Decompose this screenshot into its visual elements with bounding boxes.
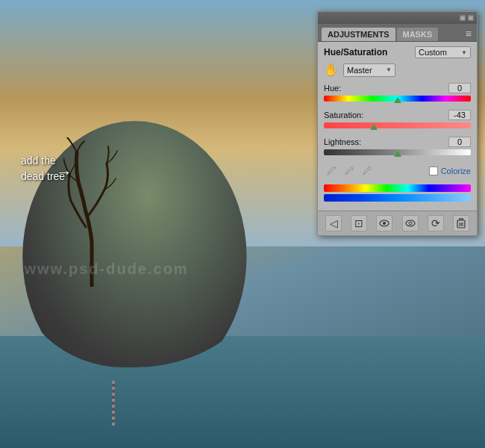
colorize-row: Colorize xyxy=(429,167,471,175)
collapse-button[interactable]: « xyxy=(460,15,466,21)
sat-value[interactable]: -43 xyxy=(448,110,471,120)
light-track[interactable] xyxy=(324,149,471,158)
new-layer-button[interactable]: ⊡ xyxy=(351,215,367,231)
rainbow-bar-top xyxy=(324,184,471,192)
svg-point-6 xyxy=(409,222,412,225)
eyedropper-add-icon[interactable]: + xyxy=(342,164,357,178)
light-value[interactable]: 0 xyxy=(448,137,471,147)
light-thumb[interactable] xyxy=(394,151,401,157)
hue-label-row: Hue: 0 xyxy=(324,83,471,93)
svg-point-4 xyxy=(383,222,386,225)
channel-dropdown-arrow: ▼ xyxy=(386,66,392,73)
channel-label: Master xyxy=(347,66,372,75)
sat-track[interactable] xyxy=(324,122,471,131)
channel-row: ✋ Master ▼ xyxy=(324,63,471,77)
svg-point-5 xyxy=(406,220,415,226)
svg-line-0 xyxy=(335,167,336,168)
bottom-toolbar: ◁ ⊡ ⟳ xyxy=(318,211,477,235)
adjustments-panel: « × ADJUSTMENTS MASKS ≡ Hue/Saturation C… xyxy=(317,11,478,236)
channel-dropdown[interactable]: Master ▼ xyxy=(343,63,395,77)
sat-track-fill xyxy=(324,122,471,128)
tab-masks[interactable]: MASKS xyxy=(397,28,439,41)
hs-header: Hue/Saturation Custom ▼ xyxy=(324,46,471,58)
chain xyxy=(112,381,115,426)
svg-text:−: − xyxy=(369,167,372,172)
panel-tabs: ADJUSTMENTS MASKS ≡ xyxy=(318,24,477,42)
preset-dropdown-arrow: ▼ xyxy=(461,49,467,56)
preset-dropdown[interactable]: Custom ▼ xyxy=(415,46,471,58)
preset-label: Custom xyxy=(419,48,447,57)
rainbow-bar-bottom xyxy=(324,194,471,202)
light-label: Lightness: xyxy=(324,137,361,146)
hue-track[interactable] xyxy=(324,95,471,104)
panel-titlebar: « × xyxy=(318,12,477,24)
hue-label: Hue: xyxy=(324,84,341,93)
sat-label: Saturation: xyxy=(324,111,363,119)
reset-button[interactable]: ⟳ xyxy=(428,215,444,231)
tab-adjustments[interactable]: ADJUSTMENTS xyxy=(322,28,395,41)
color-bars xyxy=(324,184,471,202)
back-button[interactable]: ◁ xyxy=(325,215,342,231)
close-button[interactable]: × xyxy=(468,15,474,21)
visibility-button[interactable] xyxy=(402,215,419,231)
delete-button[interactable] xyxy=(453,215,469,231)
hue-thumb[interactable] xyxy=(394,97,401,103)
panel-body: Hue/Saturation Custom ▼ ✋ Master ▼ Hue: … xyxy=(318,42,477,211)
eyedropper-sub-icon[interactable]: − xyxy=(360,164,375,178)
sat-thumb[interactable] xyxy=(370,124,378,130)
colorize-checkbox[interactable] xyxy=(429,167,438,175)
hs-title: Hue/Saturation xyxy=(324,47,387,57)
hand-icon[interactable]: ✋ xyxy=(324,63,339,77)
tools-row: + − Colorize xyxy=(324,164,471,178)
hue-slider-row: Hue: 0 xyxy=(324,83,471,104)
eyedropper-icon[interactable] xyxy=(324,164,339,178)
eye-button[interactable] xyxy=(376,215,392,231)
hue-value[interactable]: 0 xyxy=(448,83,471,93)
svg-text:+: + xyxy=(351,167,354,172)
tabs-group: ADJUSTMENTS MASKS xyxy=(322,28,438,41)
light-label-row: Lightness: 0 xyxy=(324,137,471,147)
watermark: www.psd-dude.com xyxy=(25,261,189,278)
panel-menu-icon[interactable]: ≡ xyxy=(464,26,473,41)
light-slider-row: Lightness: 0 xyxy=(324,137,471,158)
annotation-arrow: → xyxy=(56,163,72,182)
sat-label-row: Saturation: -43 xyxy=(324,110,471,120)
sat-slider-row: Saturation: -43 xyxy=(324,110,471,131)
colorize-label[interactable]: Colorize xyxy=(441,167,471,175)
